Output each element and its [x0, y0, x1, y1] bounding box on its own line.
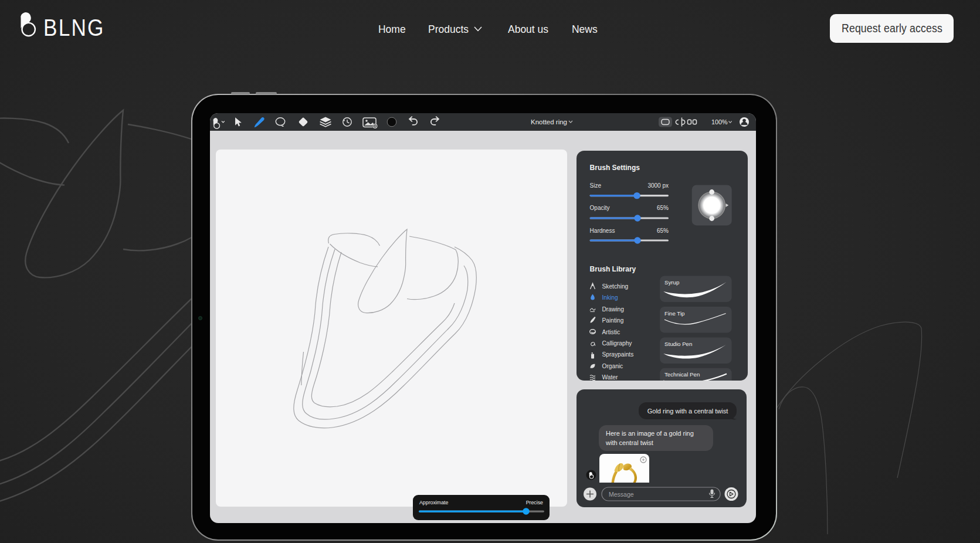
- svg-text:Drawing: Drawing: [602, 306, 625, 313]
- svg-text:Knotted ring: Knotted ring: [531, 118, 567, 125]
- svg-text:Artistic: Artistic: [602, 329, 620, 335]
- svg-text:Size: Size: [590, 182, 602, 189]
- svg-text:Brush Settings: Brush Settings: [590, 164, 640, 172]
- svg-text:Brush Library: Brush Library: [590, 265, 636, 273]
- svg-text:Gold ring with a central twist: Gold ring with a central twist: [647, 408, 728, 415]
- svg-text:65%: 65%: [657, 205, 669, 211]
- svg-text:Organic: Organic: [602, 363, 623, 369]
- svg-text:Calligraphy: Calligraphy: [602, 340, 633, 347]
- svg-text:3000 px: 3000 px: [647, 182, 669, 189]
- svg-text:Sketching: Sketching: [602, 283, 629, 290]
- svg-text:65%: 65%: [657, 228, 669, 234]
- svg-text:BLNG: BLNG: [43, 15, 105, 41]
- svg-text:Painting: Painting: [602, 317, 624, 324]
- svg-text:Fine Tip: Fine Tip: [664, 310, 684, 317]
- svg-text:100%: 100%: [711, 118, 728, 125]
- svg-text:Technical Pen: Technical Pen: [664, 371, 700, 378]
- svg-text:Opacity: Opacity: [590, 205, 610, 211]
- svg-text:Syrup: Syrup: [664, 279, 679, 286]
- svg-text:Message: Message: [609, 491, 634, 498]
- svg-text:Studio Pen: Studio Pen: [664, 341, 692, 347]
- svg-text:Approximate: Approximate: [419, 500, 448, 505]
- svg-text:Inking: Inking: [602, 294, 619, 301]
- svg-text:Water: Water: [602, 374, 618, 381]
- svg-text:with central twist: with central twist: [605, 439, 653, 446]
- svg-text:Spraypaints: Spraypaints: [602, 351, 634, 358]
- svg-text:Precise: Precise: [526, 500, 543, 505]
- svg-text:Hardness: Hardness: [590, 228, 615, 234]
- svg-text:Here is an image of a gold rin: Here is an image of a gold ring: [606, 430, 694, 437]
